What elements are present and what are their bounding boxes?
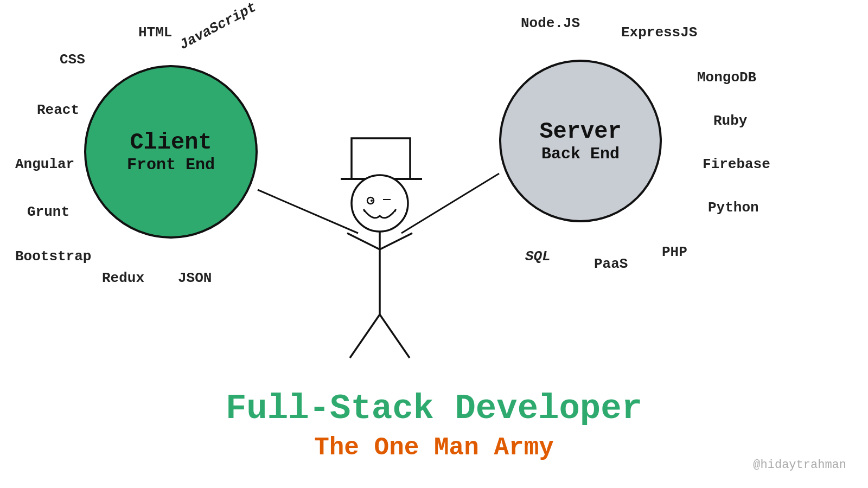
svg-line-11 [350, 314, 380, 358]
svg-line-10 [380, 233, 412, 249]
label-expressjs: ExpressJS [621, 24, 697, 41]
label-react: React [37, 102, 79, 118]
frontend-circle: Client Front End [84, 65, 258, 239]
backend-subtitle: Back End [541, 145, 620, 163]
label-mongodb: MongoDB [697, 69, 756, 86]
title-army: The One Man Army [314, 434, 554, 462]
label-nodejs: Node.JS [521, 15, 580, 31]
svg-point-6 [371, 200, 373, 202]
label-json: JSON [178, 270, 212, 286]
watermark: @hidaytrahman [753, 458, 846, 472]
svg-line-12 [380, 314, 410, 358]
label-php: PHP [662, 244, 687, 260]
label-redux: Redux [102, 270, 144, 286]
scene: Client Front End Server Back End HTML CS… [0, 0, 868, 488]
backend-circle: Server Back End [499, 60, 662, 222]
title-fullstack: Full-Stack Developer [226, 389, 642, 428]
label-css: CSS [60, 52, 85, 68]
label-sql: SQL [525, 248, 551, 265]
svg-rect-2 [352, 138, 410, 179]
label-javascript: JavaScript [177, 0, 259, 53]
svg-point-4 [352, 175, 408, 232]
frontend-subtitle: Front End [127, 156, 215, 174]
label-paas: PaaS [594, 256, 628, 272]
label-bootstrap: Bootstrap [15, 248, 91, 265]
svg-point-5 [367, 197, 374, 204]
label-angular: Angular [15, 156, 74, 172]
label-html: HTML [138, 24, 172, 41]
label-grunt: Grunt [27, 204, 69, 220]
svg-line-0 [258, 190, 358, 233]
backend-title: Server [539, 119, 621, 145]
frontend-title: Client [130, 130, 212, 156]
label-ruby: Ruby [713, 113, 747, 129]
label-python: Python [708, 200, 759, 216]
label-firebase: Firebase [703, 156, 770, 172]
svg-line-1 [401, 174, 499, 233]
svg-line-9 [347, 233, 380, 249]
